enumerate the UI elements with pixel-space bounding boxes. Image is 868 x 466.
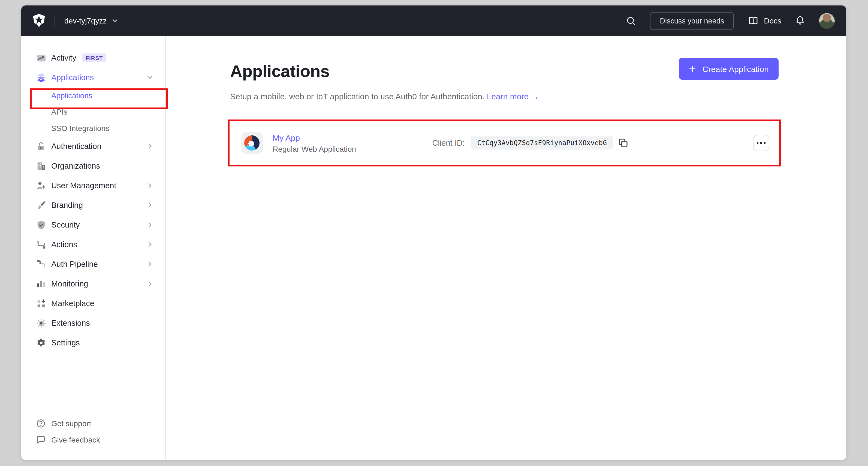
- gear-icon: [36, 338, 46, 348]
- chevron-right-icon: [147, 182, 153, 189]
- learn-more-link[interactable]: Learn more →: [487, 92, 539, 101]
- bar-chart-icon: [36, 279, 46, 289]
- sidebar-item-monitoring[interactable]: Monitoring: [21, 274, 165, 294]
- docs-link[interactable]: Docs: [747, 16, 781, 25]
- footer-label: Give feedback: [51, 435, 100, 444]
- learn-more-label: Learn more: [487, 92, 529, 101]
- sub-item-label: APIs: [51, 108, 67, 116]
- user-gear-icon: [36, 180, 46, 191]
- create-application-button[interactable]: Create Application: [679, 58, 779, 80]
- sidebar-item-security[interactable]: Security: [21, 215, 165, 235]
- paintbrush-icon: [36, 200, 46, 210]
- page-header: Applications Create Application: [230, 61, 779, 82]
- auth0-logo-icon: [33, 13, 45, 28]
- sidebar-subitem-applications[interactable]: Applications: [21, 87, 165, 104]
- chevron-right-icon: [147, 202, 153, 208]
- sidebar: Activity FIRST Applications Applicat: [21, 36, 166, 460]
- sidebar-item-marketplace[interactable]: Marketplace: [21, 294, 165, 313]
- main-area: Applications Create Application Setup a …: [166, 36, 846, 460]
- app-logo-tile: [241, 132, 263, 154]
- shield-check-icon: [36, 220, 46, 230]
- sidebar-item-label: Monitoring: [51, 280, 88, 288]
- sidebar-item-label: Authentication: [51, 142, 101, 151]
- create-application-label: Create Application: [703, 64, 769, 74]
- app-name-block: My App Regular Web Application: [273, 133, 356, 153]
- page-subtitle: Setup a mobile, web or IoT application t…: [230, 91, 779, 102]
- plus-icon: [689, 65, 696, 72]
- sidebar-item-label: Auth Pipeline: [51, 260, 98, 268]
- flow-icon: [36, 239, 46, 250]
- sidebar-item-label: Organizations: [51, 162, 100, 170]
- applications-icon: [36, 72, 46, 83]
- pipeline-icon: [36, 259, 46, 269]
- sidebar-nav: Activity FIRST Applications Applicat: [21, 36, 165, 352]
- sidebar-item-label: Applications: [51, 73, 94, 82]
- sidebar-item-auth-pipeline[interactable]: Auth Pipeline: [21, 254, 165, 274]
- sidebar-item-user-management[interactable]: User Management: [21, 176, 165, 195]
- discuss-your-needs-button[interactable]: Discuss your needs: [650, 12, 734, 30]
- chevron-right-icon: [147, 261, 153, 267]
- topbar: dev-tyj7qyzz Discuss your needs: [21, 5, 846, 36]
- sub-item-label: Applications: [51, 91, 92, 100]
- content-container: Applications Create Application Setup a …: [230, 61, 779, 164]
- building-icon: [36, 161, 46, 171]
- client-id-group: Client ID: CtCqy3AvbQZSo7sE9RiynaPuiXOxv…: [432, 135, 769, 151]
- tenant-switcher[interactable]: dev-tyj7qyzz: [64, 17, 118, 25]
- first-badge: FIRST: [82, 54, 106, 62]
- app-name-link[interactable]: My App: [273, 133, 356, 142]
- sidebar-item-authentication[interactable]: Authentication: [21, 137, 165, 156]
- sidebar-item-label: Actions: [51, 240, 77, 249]
- chevron-right-icon: [147, 222, 153, 228]
- get-support-link[interactable]: Get support: [21, 415, 165, 432]
- copy-icon[interactable]: [618, 138, 629, 148]
- sidebar-item-label: Activity: [51, 54, 76, 62]
- sidebar-item-extensions[interactable]: Extensions: [21, 313, 165, 333]
- notifications-bell-icon[interactable]: [795, 15, 805, 26]
- sidebar-item-activity[interactable]: Activity FIRST: [21, 48, 165, 68]
- lock-open-icon: [36, 141, 46, 151]
- sub-item-label: SSO Integrations: [51, 124, 109, 133]
- chevron-right-icon: [147, 143, 153, 149]
- search-icon[interactable]: [626, 16, 637, 26]
- chevron-right-icon: [147, 241, 153, 248]
- help-circle-icon: [36, 418, 46, 428]
- chip-icon: [36, 318, 46, 328]
- sidebar-subitem-sso-integrations[interactable]: SSO Integrations: [21, 120, 165, 137]
- sidebar-item-label: Settings: [51, 338, 80, 347]
- sidebar-item-label: Marketplace: [51, 299, 94, 308]
- topbar-right: Discuss your needs Docs: [626, 12, 835, 30]
- sidebar-footer: Get support Give feedback: [21, 415, 165, 448]
- client-id-label: Client ID:: [432, 139, 465, 147]
- book-icon: [747, 16, 759, 25]
- activity-icon: [36, 53, 46, 63]
- footer-label: Get support: [51, 419, 91, 428]
- page-title: Applications: [230, 61, 330, 82]
- arrow-right-icon: →: [531, 92, 539, 101]
- sidebar-item-branding[interactable]: Branding: [21, 195, 165, 215]
- sidebar-item-actions[interactable]: Actions: [21, 235, 165, 254]
- sidebar-item-label: Security: [51, 221, 80, 229]
- give-feedback-link[interactable]: Give feedback: [21, 432, 165, 448]
- stage: dev-tyj7qyzz Discuss your needs: [0, 0, 868, 466]
- auth0-dashboard-window: dev-tyj7qyzz Discuss your needs: [21, 5, 846, 460]
- docs-label: Docs: [764, 17, 781, 25]
- topbar-divider: [55, 14, 55, 27]
- tenant-name: dev-tyj7qyzz: [64, 17, 107, 25]
- chevron-down-icon: [112, 18, 118, 24]
- sidebar-item-organizations[interactable]: Organizations: [21, 156, 165, 176]
- sidebar-subitem-apis[interactable]: APIs: [21, 104, 165, 120]
- sidebar-item-settings[interactable]: Settings: [21, 333, 165, 352]
- speech-bubble-icon: [36, 435, 46, 445]
- application-row[interactable]: My App Regular Web Application Client ID…: [230, 122, 779, 164]
- subtitle-text: Setup a mobile, web or IoT application t…: [230, 92, 485, 101]
- sidebar-item-applications[interactable]: Applications: [21, 68, 165, 87]
- chevron-down-icon: [147, 74, 153, 81]
- user-avatar[interactable]: [819, 13, 835, 29]
- client-id-value: CtCqy3AvbQZSo7sE9RiynaPuiXOxvebG: [471, 137, 613, 149]
- app-type-label: Regular Web Application: [273, 144, 356, 153]
- marketplace-grid-icon: [36, 298, 46, 309]
- sidebar-item-label: User Management: [51, 181, 116, 190]
- sidebar-item-label: Branding: [51, 201, 83, 209]
- app-row-menu-button[interactable]: [753, 135, 769, 151]
- sidebar-item-label: Extensions: [51, 319, 90, 327]
